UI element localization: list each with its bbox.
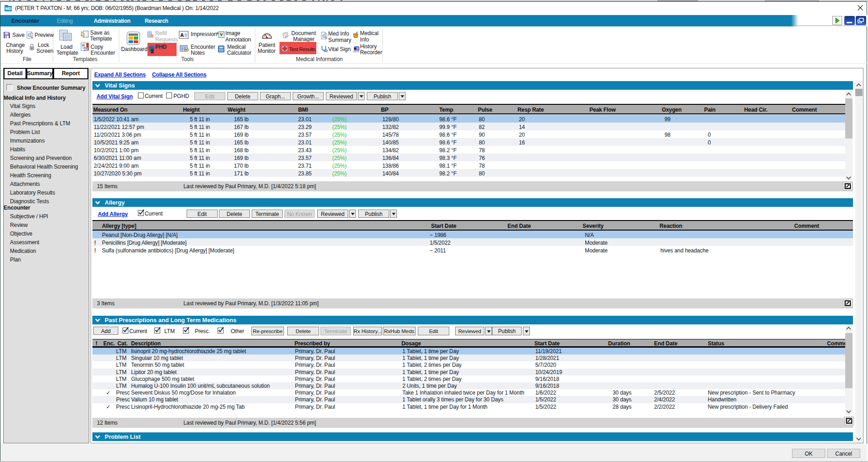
svg-text:MD: MD: [5, 6, 12, 11]
svg-text:A: A: [180, 32, 184, 38]
